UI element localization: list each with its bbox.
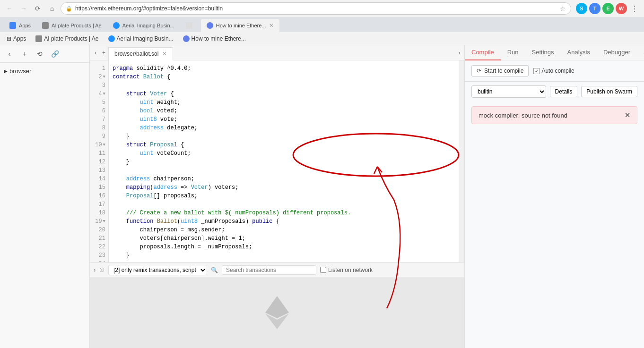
collapse-panel-button[interactable]: ‹ [4,48,15,59]
editor-tab-close[interactable]: ✕ [162,51,167,57]
tab-support[interactable]: Support [637,45,644,60]
browser-expand-arrow: ▶ [4,68,8,74]
publish-swarm-button[interactable]: Publish on Swarm [581,86,637,97]
tab-settings[interactable]: Settings [525,45,561,60]
bookmark-apps-icon: ⊞ [7,35,11,42]
tab-blank[interactable] [180,19,201,32]
start-compile-label: Start to compile [484,68,523,74]
browser-chrome: ← → ⟳ ⌂ 🔒 https://remix.ethereum.org/#op… [0,0,644,45]
tab-analysis[interactable]: Analysis [561,45,597,60]
reload-button[interactable]: ⟳ [32,3,44,14]
bookmark-aerial-icon [108,35,115,42]
tab-filename: browser/ballot.sol [114,51,158,57]
link-button[interactable]: 🔗 [49,48,61,59]
search-icon: 🔍 [211,267,218,273]
more-button[interactable]: ⋮ [629,3,640,14]
auto-compile-text: Auto compile [541,68,574,74]
ethereum-logo [258,294,296,331]
error-close-button[interactable]: ✕ [625,111,630,119]
search-transactions-input[interactable] [222,265,316,275]
google-translate-icon[interactable]: T [589,3,600,14]
eth-favicon [207,22,213,29]
auto-compile-label[interactable]: ✓ Auto compile [533,68,574,74]
bookmark-star[interactable]: ☆ [560,5,566,12]
apps-favicon [9,22,16,29]
details-button[interactable]: Details [550,86,578,97]
bottom-expand-button[interactable]: › [94,267,96,273]
right-panel-tabs: Compile Run Settings Analysis Debugger S… [465,45,644,60]
bookmark-ethereum[interactable]: How to mine Ethere... [180,34,249,43]
line-numbers: 1 2▼ 3 4▼ 5 6 7 8 9 10▼ 11 12 13 14 15 1… [90,60,109,262]
back-button[interactable]: ← [4,3,15,14]
bookmarks-bar: ⊞ Apps AI plate Products | Ae Aerial Ima… [0,32,644,45]
app-container: ‹ + ⟲ 🔗 ▶ browser ‹ + browser/ballot.sol… [0,45,644,348]
auto-compile-checkbox[interactable]: ✓ [533,68,540,74]
ai-favicon [42,22,49,29]
other-icon[interactable]: W [616,3,627,14]
editor-tabs: ‹ + browser/ballot.sol ✕ › [90,45,464,60]
sidebar-content: ▶ browser [0,63,89,79]
listen-network-text: Listen on network [328,267,373,273]
listen-network-label[interactable]: Listen on network [320,267,373,273]
evernote-icon[interactable]: E [602,3,614,14]
sidebar-toolbar: ‹ + ⟲ 🔗 [0,45,89,63]
bookmark-ai-icon [35,35,42,42]
tab-aerial[interactable]: Aerial Imaging Busin... [107,19,180,32]
skype-icon[interactable]: S [576,3,587,14]
tab-ai[interactable]: AI plate Products | Ae [36,19,107,32]
svg-marker-0 [265,296,289,318]
version-select[interactable]: builtin [471,85,546,98]
tab-close[interactable]: ✕ [269,22,274,29]
sidebar-item-browser[interactable]: ▶ browser [4,67,86,76]
forward-button[interactable]: → [18,3,29,14]
editor-nav-left[interactable]: ‹ [92,48,99,58]
version-row: builtin Details Publish on Swarm [465,82,644,102]
code-editor[interactable]: pragma solidity ^0.4.0; contract Ballot … [109,60,459,262]
tab-debugger[interactable]: Debugger [597,45,637,60]
annotation-area [465,129,644,348]
compile-refresh-icon: ⟳ [477,68,481,74]
error-message: mock compiler: source not found [479,112,567,119]
editor-tab-ballot[interactable]: browser/ballot.sol ✕ [108,47,173,60]
tab-ethereum[interactable]: How to mine Ethere... ✕ [201,19,279,32]
blank-favicon [186,22,192,29]
editor-area: ‹ + browser/ballot.sol ✕ › 1 2▼ 3 4▼ 5 6… [90,45,464,348]
secure-icon: 🔒 [66,6,72,12]
home-button[interactable]: ⌂ [46,3,58,14]
browser-extension-icons: S T E W ⋮ [576,3,640,14]
browser-label: browser [9,68,31,75]
tabs-bar: Apps AI plate Products | Ae Aerial Imagi… [0,17,644,32]
compile-controls: ⟳ Start to compile ✓ Auto compile [465,60,644,82]
address-bar[interactable]: 🔒 https://remix.ethereum.org/#optimize=f… [61,2,571,15]
scrollbar[interactable] [459,60,464,262]
nav-bar: ← → ⟳ ⌂ 🔒 https://remix.ethereum.org/#op… [0,0,644,17]
bookmark-aerial[interactable]: Aerial Imaging Busin... [105,34,176,43]
add-file-button[interactable]: + [19,48,30,59]
tab-apps[interactable]: Apps [4,19,36,32]
left-sidebar: ‹ + ⟲ 🔗 ▶ browser [0,45,90,348]
code-container: 1 2▼ 3 4▼ 5 6 7 8 9 10▼ 11 12 13 14 15 1… [90,60,464,262]
bottom-bar: › ☉ [2] only remix transactions, script … [90,262,464,277]
tab-run[interactable]: Run [501,45,525,60]
listen-network-checkbox[interactable] [320,267,326,273]
bookmark-apps[interactable]: ⊞ Apps [4,34,29,43]
error-box: mock compiler: source not found ✕ [471,106,637,124]
bookmark-eth-icon [183,35,190,42]
git-button[interactable]: ⟲ [34,48,45,59]
url-text: https://remix.ethereum.org/#optimize=fal… [75,5,557,12]
bookmark-ai[interactable]: AI plate Products | Ae [33,34,101,43]
editor-nav-plus[interactable]: + [99,48,108,58]
bottom-clear-button[interactable]: ☉ [99,267,104,273]
editor-nav-right[interactable]: › [457,47,462,58]
right-panel: Compile Run Settings Analysis Debugger S… [464,45,644,348]
tab-compile[interactable]: Compile [465,45,501,60]
eth-watermark [90,277,464,348]
start-compile-button[interactable]: ⟳ Start to compile [471,65,529,76]
aerial-favicon [113,22,120,29]
tx-filter-select[interactable]: [2] only remix transactions, script [108,265,207,275]
